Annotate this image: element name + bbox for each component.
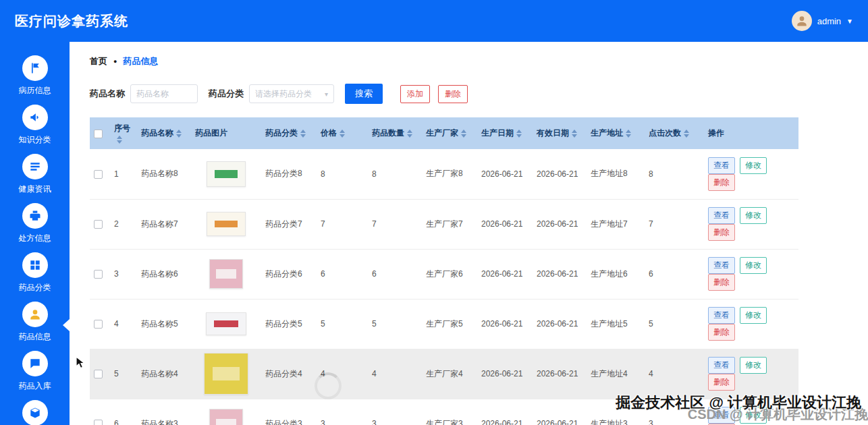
drug-image-accent (216, 419, 236, 425)
cell-manufacturer: 生产厂家6 (422, 249, 477, 299)
cell-address: 生产地址6 (587, 249, 645, 299)
cell-name: 药品名称7 (137, 199, 191, 249)
sort-icon[interactable] (684, 130, 689, 138)
sort-icon[interactable] (340, 130, 345, 138)
cell-clicks: 8 (645, 149, 704, 199)
drug-category-select[interactable]: 请选择药品分类 ▾ (249, 84, 334, 103)
column-label: 生产日期 (481, 128, 514, 138)
delete-button[interactable]: 删除 (708, 224, 735, 241)
drug-image[interactable] (206, 312, 246, 335)
cell-quantity: 4 (368, 349, 422, 399)
edit-button[interactable]: 修改 (740, 157, 767, 174)
sidebar: 病历信息 知识分类 健康资讯 处方信息 药品分类 (0, 42, 70, 425)
cell-production-date: 2026-06-21 (477, 199, 533, 249)
column-header[interactable]: 药品名称 (137, 117, 191, 149)
cell-price: 5 (317, 299, 368, 349)
column-header[interactable]: 操作 (704, 117, 798, 149)
cell-index: 5 (110, 349, 137, 399)
cell-checkbox (90, 149, 110, 199)
column-header[interactable]: 药品图片 (191, 117, 261, 149)
view-button[interactable]: 查看 (708, 357, 735, 374)
sidebar-item[interactable]: 知识分类 (0, 105, 70, 154)
edit-button[interactable]: 修改 (740, 207, 767, 224)
drug-image[interactable] (204, 353, 248, 395)
screen: 医疗问诊拿药系统 admin ▼ 病历信息 知识分类 健康资讯 (0, 0, 868, 425)
cell-quantity: 5 (368, 299, 422, 349)
column-header[interactable]: 序号 (110, 117, 137, 149)
column-header[interactable]: 价格 (317, 117, 368, 149)
delete-button[interactable]: 删除 (708, 174, 735, 191)
row-checkbox[interactable] (94, 420, 103, 425)
column-header[interactable]: 生产地址 (587, 117, 645, 149)
drug-image-accent (215, 170, 238, 178)
edit-button[interactable]: 修改 (740, 357, 767, 374)
row-checkbox[interactable] (94, 320, 103, 329)
breadcrumb-home[interactable]: 首页 (90, 55, 107, 67)
cell-price: 3 (317, 399, 368, 425)
row-checkbox[interactable] (94, 220, 103, 229)
edit-button[interactable]: 修改 (740, 257, 767, 274)
cell-clicks: 4 (645, 349, 704, 399)
view-button[interactable]: 查看 (708, 157, 735, 174)
column-label: 点击次数 (649, 128, 681, 138)
row-checkbox[interactable] (94, 170, 103, 179)
delete-button[interactable]: 删除 (708, 374, 735, 391)
row-checkbox[interactable] (94, 370, 103, 378)
cell-category: 药品分类4 (261, 349, 317, 399)
cell-checkbox (90, 349, 110, 399)
column-label: 价格 (321, 128, 337, 138)
sidebar-item[interactable]: 健康资讯 (0, 154, 70, 203)
cell-address: 生产地址5 (587, 299, 645, 349)
drug-image[interactable] (207, 212, 246, 236)
edit-button[interactable]: 修改 (740, 307, 767, 324)
column-label: 有效日期 (537, 128, 569, 138)
sort-icon[interactable] (626, 130, 631, 138)
breadcrumb-current[interactable]: 药品信息 (123, 55, 158, 67)
sort-icon[interactable] (300, 130, 306, 138)
sidebar-item[interactable]: 药品入库 (0, 351, 70, 400)
delete-button[interactable]: 删除 (708, 324, 735, 341)
sidebar-item[interactable]: 药品信息 (0, 302, 70, 351)
view-button[interactable]: 查看 (708, 207, 735, 224)
column-header[interactable]: 有效日期 (533, 117, 587, 149)
column-header[interactable]: 药品数量 (368, 117, 422, 149)
sort-icon[interactable] (407, 130, 412, 138)
user-menu[interactable]: admin ▼ (792, 11, 853, 31)
column-header[interactable]: 药品分类 (261, 117, 317, 149)
sort-icon[interactable] (516, 130, 522, 138)
sidebar-item[interactable] (0, 400, 70, 425)
sort-icon[interactable] (176, 130, 182, 138)
column-header[interactable]: 生产日期 (477, 117, 533, 149)
sort-icon[interactable] (572, 130, 577, 138)
drug-image[interactable] (209, 259, 243, 289)
search-button[interactable]: 搜索 (345, 84, 383, 104)
bulk-delete-button[interactable]: 删除 (438, 85, 468, 103)
sidebar-item-icon (22, 203, 48, 229)
drug-image[interactable] (207, 161, 246, 187)
cell-checkbox (90, 199, 110, 249)
select-all-checkbox[interactable] (94, 130, 103, 138)
sidebar-item[interactable]: 药品分类 (0, 252, 70, 302)
column-header[interactable]: 点击次数 (645, 117, 704, 149)
drug-image[interactable] (209, 409, 243, 425)
row-checkbox[interactable] (94, 270, 103, 279)
drug-name-input[interactable] (130, 84, 198, 103)
sidebar-item-label: 药品分类 (19, 282, 51, 293)
view-button[interactable]: 查看 (708, 307, 735, 324)
cell-clicks: 6 (645, 249, 704, 299)
table-row: 2 药品名称7 药品分类7 7 7 生产厂家7 (90, 199, 798, 249)
sort-icon[interactable] (461, 130, 466, 138)
table-row: 3 药品名称6 药品分类6 6 6 生产厂家6 (90, 249, 798, 299)
add-button[interactable]: 添加 (400, 85, 430, 103)
cell-index: 1 (110, 149, 137, 199)
delete-button[interactable]: 删除 (708, 274, 735, 291)
sidebar-item[interactable]: 病历信息 (0, 55, 70, 105)
column-header[interactable]: 生产厂家 (422, 117, 477, 149)
sidebar-item[interactable]: 处方信息 (0, 203, 70, 252)
view-button[interactable]: 查看 (708, 257, 735, 274)
cell-actions: 查看修改删除 (704, 199, 798, 249)
cell-production-date: 2026-06-21 (477, 249, 533, 299)
cell-manufacturer: 生产厂家3 (422, 399, 477, 425)
user-name: admin (817, 16, 841, 26)
sort-icon[interactable] (117, 136, 122, 144)
